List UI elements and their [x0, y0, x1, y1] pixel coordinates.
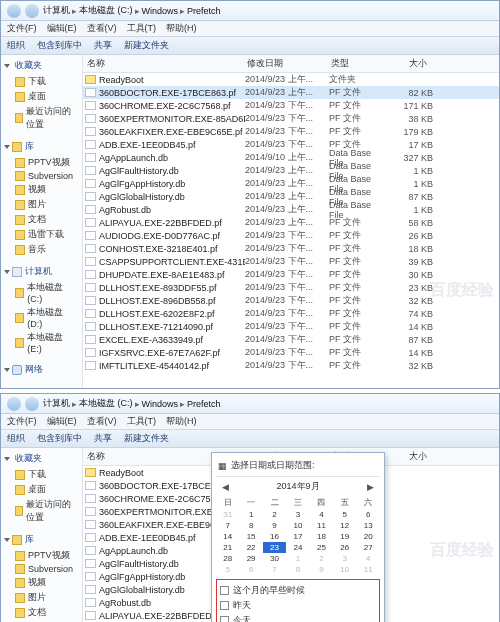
calendar-day[interactable]: 5 — [333, 509, 356, 520]
sidebar-item[interactable]: 桌面 — [5, 89, 78, 104]
calendar-day[interactable]: 3 — [286, 509, 309, 520]
menu-item[interactable]: 查看(V) — [87, 415, 117, 428]
calendar-day[interactable]: 2 — [263, 509, 286, 520]
menu-item[interactable]: 工具(T) — [127, 22, 157, 35]
crumb-segment[interactable]: 本地磁盘 (C:) — [79, 397, 133, 410]
back-button[interactable] — [7, 397, 21, 411]
col-size[interactable]: 大小 — [385, 57, 431, 70]
file-row[interactable]: 360CHROME.EXE-2C6C7568.pf2014/9/23 下午...… — [83, 99, 499, 112]
menu-item[interactable]: 查看(V) — [87, 22, 117, 35]
prev-month-button[interactable]: ◀ — [222, 482, 229, 492]
file-row[interactable]: CONHOST.EXE-3218E401.pf2014/9/23 下午...PF… — [83, 242, 499, 255]
sidebar-item[interactable]: 最近访问的位置 — [5, 104, 78, 132]
calendar-day[interactable]: 30 — [263, 553, 286, 564]
calendar-day[interactable]: 19 — [333, 531, 356, 542]
calendar-day[interactable]: 20 — [357, 531, 380, 542]
sidebar-group-head[interactable]: 库 — [5, 533, 78, 546]
quick-range-option[interactable]: 今天 — [220, 613, 376, 622]
calendar-day[interactable]: 22 — [239, 542, 262, 553]
menu-item[interactable]: 帮助(H) — [166, 415, 197, 428]
calendar-day[interactable]: 2 — [310, 553, 333, 564]
file-row[interactable]: IMFTLITLEXE-45440142.pf2014/9/23 下午...PF… — [83, 359, 499, 372]
sidebar-item[interactable]: Subversion — [5, 563, 78, 575]
calendar-day[interactable]: 8 — [286, 564, 309, 575]
sidebar-group-head[interactable]: 收藏夹 — [5, 452, 78, 465]
toolbar-share[interactable]: 共享 — [94, 39, 112, 52]
toolbar-organize[interactable]: 组织 — [7, 432, 25, 445]
sidebar-item[interactable]: 下载 — [5, 74, 78, 89]
forward-button[interactable] — [25, 397, 39, 411]
calendar-day[interactable]: 9 — [263, 520, 286, 531]
calendar-day[interactable]: 8 — [239, 520, 262, 531]
calendar-day[interactable]: 1 — [239, 509, 262, 520]
sidebar-item[interactable]: 音乐 — [5, 242, 78, 257]
file-row[interactable]: AgRobust.db2014/9/23 上午...Data Base File… — [83, 203, 499, 216]
calendar-day[interactable]: 11 — [310, 520, 333, 531]
sidebar-item[interactable]: 文档 — [5, 605, 78, 620]
calendar-day[interactable]: 21 — [216, 542, 239, 553]
file-row[interactable]: IGFXSRVC.EXE-67E7A62F.pf2014/9/23 下午...P… — [83, 346, 499, 359]
calendar-day[interactable]: 23 — [263, 542, 286, 553]
sidebar-item[interactable]: 视频 — [5, 182, 78, 197]
sidebar-item[interactable]: 桌面 — [5, 482, 78, 497]
file-row[interactable]: ADB.EXE-1EE0DB45.pf2014/9/23 下午...PF 文件1… — [83, 138, 499, 151]
calendar-day[interactable]: 5 — [216, 564, 239, 575]
calendar-day[interactable]: 18 — [310, 531, 333, 542]
calendar-day[interactable]: 10 — [286, 520, 309, 531]
toolbar-new-folder[interactable]: 新建文件夹 — [124, 39, 169, 52]
file-row[interactable]: DHUPDATE.EXE-8AE1E483.pf2014/9/23 下午...P… — [83, 268, 499, 281]
file-row[interactable]: AUDIODG.EXE-D0D776AC.pf2014/9/23 下午...PF… — [83, 229, 499, 242]
menu-item[interactable]: 文件(F) — [7, 415, 37, 428]
calendar-day[interactable]: 29 — [239, 553, 262, 564]
toolbar-new-folder[interactable]: 新建文件夹 — [124, 432, 169, 445]
file-row[interactable]: AgGlFgAppHistory.db2014/9/23 上午...Data B… — [83, 177, 499, 190]
quick-range-option[interactable]: 这个月的早些时候 — [220, 583, 376, 598]
calendar-day[interactable]: 6 — [357, 509, 380, 520]
calendar-day[interactable]: 1 — [286, 553, 309, 564]
sidebar-group-head[interactable]: 计算机 — [5, 265, 78, 278]
toolbar-include[interactable]: 包含到库中 — [37, 432, 82, 445]
quick-range-option[interactable]: 昨天 — [220, 598, 376, 613]
menu-item[interactable]: 编辑(E) — [47, 22, 77, 35]
file-row[interactable]: DLLHOST.EXE-896DB558.pf2014/9/23 下午...PF… — [83, 294, 499, 307]
calendar-day[interactable]: 4 — [357, 553, 380, 564]
toolbar-include[interactable]: 包含到库中 — [37, 39, 82, 52]
file-row[interactable]: EXCEL.EXE-A3633949.pf2014/9/23 下午...PF 文… — [83, 333, 499, 346]
sidebar-item[interactable]: 本地磁盘 (D:) — [5, 305, 78, 330]
crumb-segment[interactable]: 计算机 — [43, 397, 70, 410]
crumb-segment[interactable]: 本地磁盘 (C:) — [79, 4, 133, 17]
menu-item[interactable]: 帮助(H) — [166, 22, 197, 35]
toolbar-organize[interactable]: 组织 — [7, 39, 25, 52]
sidebar-item[interactable]: 图片 — [5, 197, 78, 212]
sidebar-item[interactable]: 下载 — [5, 467, 78, 482]
calendar-day[interactable]: 7 — [216, 520, 239, 531]
file-row[interactable]: DLLHOST.EXE-6202E8F2.pf2014/9/23 下午...PF… — [83, 307, 499, 320]
sidebar-group-head[interactable]: 网络 — [5, 363, 78, 376]
file-row[interactable]: DLLHOST.EXE-893DDF55.pf2014/9/23 下午...PF… — [83, 281, 499, 294]
sidebar-group-head[interactable]: 收藏夹 — [5, 59, 78, 72]
file-row[interactable]: 360LEAKFIXER.EXE-EBE9C65E.pf2014/9/23 下午… — [83, 125, 499, 138]
calendar-day[interactable]: 25 — [310, 542, 333, 553]
file-row[interactable]: 360BDOCTOR.EXE-17BCE863.pf2014/9/23 上午..… — [83, 86, 499, 99]
file-row[interactable]: ReadyBoot2014/9/23 上午...文件夹 — [83, 73, 499, 86]
crumb-segment[interactable]: Prefetch — [187, 399, 221, 409]
file-row[interactable]: AgAppLaunch.db2014/9/10 上午...Data Base F… — [83, 151, 499, 164]
calendar-day[interactable]: 28 — [216, 553, 239, 564]
file-row[interactable]: DLLHOST.EXE-71214090.pf2014/9/23 下午...PF… — [83, 320, 499, 333]
file-row[interactable]: AgGlFaultHistory.db2014/9/23 上午...Data B… — [83, 164, 499, 177]
breadcrumb[interactable]: 计算机 ▸ 本地磁盘 (C:) ▸ Windows ▸ Prefetch — [43, 4, 221, 17]
calendar-day[interactable]: 16 — [263, 531, 286, 542]
sidebar-item[interactable]: 本地磁盘 (C:) — [5, 280, 78, 305]
crumb-segment[interactable]: 计算机 — [43, 4, 70, 17]
calendar-day[interactable]: 4 — [310, 509, 333, 520]
calendar-day[interactable]: 31 — [216, 509, 239, 520]
calendar-day[interactable]: 7 — [263, 564, 286, 575]
file-row[interactable]: 360EXPERTMONITOR.EXE-85AD6EC0...2014/9/2… — [83, 112, 499, 125]
back-button[interactable] — [7, 4, 21, 18]
calendar-day[interactable]: 17 — [286, 531, 309, 542]
col-date[interactable]: 修改日期 — [243, 57, 327, 70]
sidebar-group-head[interactable]: 库 — [5, 140, 78, 153]
sidebar-item[interactable]: Subversion — [5, 170, 78, 182]
calendar-day[interactable]: 14 — [216, 531, 239, 542]
file-row[interactable]: AgGlGlobalHistory.db2014/9/23 上午...Data … — [83, 190, 499, 203]
